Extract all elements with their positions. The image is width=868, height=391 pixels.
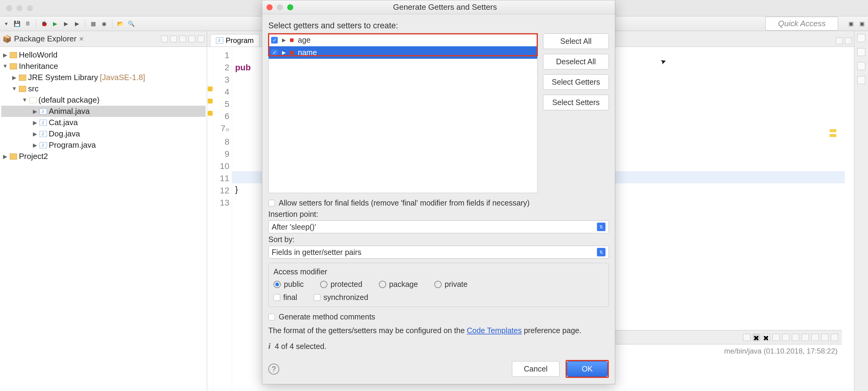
coverage-icon[interactable]: ▶ xyxy=(62,20,70,28)
console-open-icon[interactable] xyxy=(802,334,809,341)
radio-icon[interactable] xyxy=(379,281,386,288)
open-type-icon[interactable]: 📂 xyxy=(116,20,125,28)
save-all-icon[interactable]: 🗎 xyxy=(24,20,32,28)
disclosure-icon[interactable]: ▶ xyxy=(32,142,38,149)
disclosure-icon[interactable]: ▶ xyxy=(32,108,38,115)
ok-button[interactable]: OK xyxy=(567,361,608,377)
run-last-icon[interactable]: ▶ xyxy=(73,20,81,28)
quick-access-input[interactable]: Quick Access xyxy=(765,17,838,30)
file-cat[interactable]: ▶ Cat.java xyxy=(1,117,206,128)
new-package-icon[interactable]: ▦ xyxy=(89,20,97,28)
allow-final-checkbox-row[interactable]: Allow setters for final fields (remove '… xyxy=(268,199,609,207)
disclosure-icon[interactable]: ▼ xyxy=(22,97,27,103)
close-icon[interactable]: ✕ xyxy=(79,35,84,43)
file-dog[interactable]: ▶ Dog.java xyxy=(1,128,206,139)
minimize-dot-icon[interactable] xyxy=(17,5,23,11)
select-all-button[interactable]: Select All xyxy=(543,33,609,49)
console-pin-icon[interactable] xyxy=(772,334,780,341)
deselect-all-button[interactable]: Deselect All xyxy=(543,54,609,69)
generate-comments-row[interactable]: Generate method comments xyxy=(268,313,609,321)
expand-icon[interactable]: ▶ xyxy=(282,50,286,56)
expressions-icon[interactable] xyxy=(857,76,865,84)
radio-private[interactable]: private xyxy=(434,280,467,289)
link-editor-icon[interactable] xyxy=(170,36,177,42)
save-icon[interactable]: 💾 xyxy=(13,20,21,28)
chevron-updown-icon[interactable]: ⇅ xyxy=(597,223,606,231)
maximize-view-icon[interactable] xyxy=(831,334,838,341)
console-scroll-lock-icon[interactable] xyxy=(782,334,789,341)
checkbox-icon[interactable]: ✓ xyxy=(271,37,278,43)
view-menu-icon[interactable] xyxy=(179,36,186,42)
disclosure-icon[interactable]: ▶ xyxy=(2,52,8,59)
select-setters-button[interactable]: Select Setters xyxy=(543,95,609,110)
file-program[interactable]: ▶ Program.java xyxy=(1,139,206,151)
minimize-view-icon[interactable] xyxy=(821,334,828,341)
debug-icon[interactable]: 🐞 xyxy=(40,20,49,28)
chevron-updown-icon[interactable]: ⇅ xyxy=(597,248,606,256)
disclosure-icon[interactable]: ▶ xyxy=(32,131,38,137)
cancel-button[interactable]: Cancel xyxy=(512,361,559,377)
jre-library[interactable]: ▶ JRE System Library [JavaSE-1.8] xyxy=(1,72,206,83)
default-package[interactable]: ▼ (default package) xyxy=(1,94,206,106)
fields-list[interactable]: ✓ ▶ age ✓ ▶ name xyxy=(268,33,537,193)
disclosure-icon[interactable]: ▶ xyxy=(11,74,17,81)
radio-package[interactable]: package xyxy=(379,280,418,289)
field-age[interactable]: ✓ ▶ age xyxy=(269,34,537,46)
console-terminate-icon[interactable]: ✖ xyxy=(753,334,760,341)
perspective-switch-icon[interactable]: ▣ xyxy=(858,20,866,28)
radio-icon[interactable] xyxy=(434,281,442,288)
close-window-icon[interactable] xyxy=(267,4,273,10)
file-animal[interactable]: ▶ Animal.java xyxy=(1,106,206,117)
code-templates-link[interactable]: Code Templates xyxy=(467,326,522,335)
console-clear-icon[interactable] xyxy=(743,334,750,341)
disclosure-icon[interactable]: ▼ xyxy=(11,86,17,92)
dialog-titlebar[interactable]: Generate Getters and Setters xyxy=(262,0,615,14)
task-list-icon[interactable] xyxy=(857,48,865,56)
select-getters-button[interactable]: Select Getters xyxy=(543,74,609,90)
outline-view-icon[interactable] xyxy=(857,34,865,42)
src-folder[interactable]: ▼ src xyxy=(1,83,206,94)
console-remove-all-icon[interactable]: ✖ xyxy=(763,334,770,341)
disclosure-icon[interactable]: ▶ xyxy=(32,119,38,126)
minimize-editor-icon[interactable] xyxy=(836,37,842,44)
checkbox-icon[interactable] xyxy=(268,314,275,320)
checkbox-icon[interactable] xyxy=(314,294,320,301)
zoom-window-icon[interactable] xyxy=(287,4,293,10)
console-new-icon[interactable] xyxy=(811,334,819,341)
maximize-view-icon[interactable] xyxy=(198,36,204,42)
radio-protected[interactable]: protected xyxy=(320,280,362,289)
disclosure-icon[interactable]: ▶ xyxy=(2,153,8,160)
minimize-view-icon[interactable] xyxy=(188,36,195,42)
checkbox-icon[interactable] xyxy=(268,200,275,206)
expand-icon[interactable]: ▶ xyxy=(282,37,286,43)
console-display-icon[interactable] xyxy=(792,334,799,341)
radio-icon[interactable] xyxy=(274,281,281,288)
project-project2[interactable]: ▶ Project2 xyxy=(1,151,206,162)
breakpoints-icon[interactable] xyxy=(857,62,865,70)
checkbox-final[interactable]: final xyxy=(274,293,297,302)
overview-marker-icon[interactable] xyxy=(830,134,836,137)
run-icon[interactable]: ▶ xyxy=(51,20,59,28)
help-icon[interactable]: ? xyxy=(268,364,279,374)
maximize-editor-icon[interactable] xyxy=(845,37,851,44)
close-dot-icon[interactable] xyxy=(6,5,12,11)
search-icon[interactable]: 🔍 xyxy=(127,20,135,28)
sort-by-select[interactable]: Fields in getter/setter pairs ⇅ xyxy=(268,246,609,259)
editor-tab-program[interactable]: Program xyxy=(210,34,259,46)
field-name[interactable]: ✓ ▶ name xyxy=(269,46,537,59)
project-inheritance[interactable]: ▼ Inheritance xyxy=(1,61,206,72)
zoom-dot-icon[interactable] xyxy=(27,5,33,11)
radio-public[interactable]: public xyxy=(274,280,304,289)
radio-icon[interactable] xyxy=(320,281,328,288)
disclosure-icon[interactable]: ▼ xyxy=(2,63,8,69)
collapse-all-icon[interactable] xyxy=(161,36,168,42)
warning-marker-icon[interactable] xyxy=(208,87,213,91)
warning-marker-icon[interactable] xyxy=(208,99,213,103)
project-helloworld[interactable]: ▶ HelloWorld xyxy=(1,49,206,61)
checkbox-icon[interactable]: ✓ xyxy=(271,49,278,56)
checkbox-synchronized[interactable]: synchronized xyxy=(314,293,368,302)
checkbox-icon[interactable] xyxy=(274,294,280,301)
insertion-point-select[interactable]: After 'sleep()' ⇅ xyxy=(268,221,609,233)
warning-marker-icon[interactable] xyxy=(208,111,213,116)
new-icon[interactable]: ▾ xyxy=(2,20,10,28)
